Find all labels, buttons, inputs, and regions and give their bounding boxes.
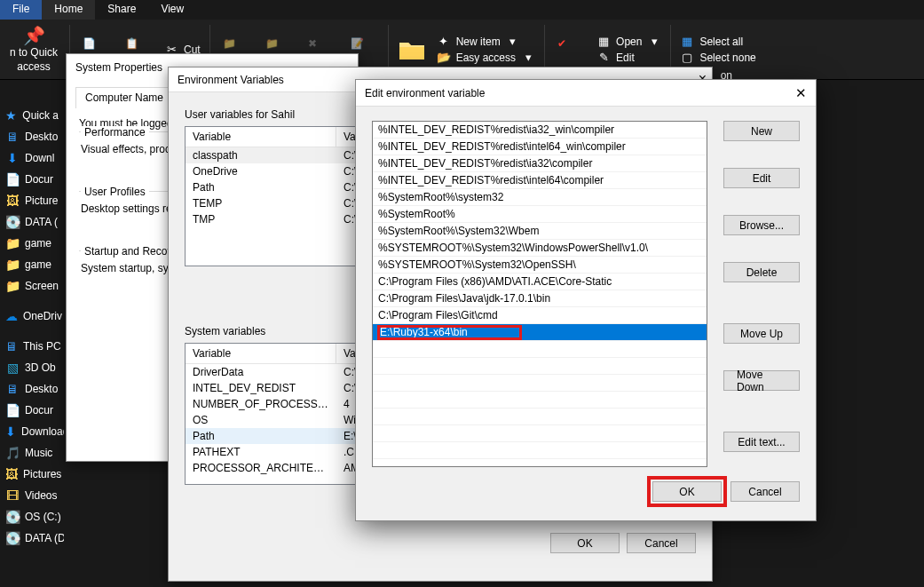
select-none-button[interactable]: ▢Select none xyxy=(680,51,755,65)
nav-item[interactable]: 💽DATA ( xyxy=(0,211,64,233)
edit-text-button[interactable]: Edit text... xyxy=(723,432,800,452)
pic-icon: 🖼 xyxy=(5,194,20,208)
doc-icon: 📄 xyxy=(5,172,20,186)
nav-item[interactable]: 🎵Music xyxy=(0,442,64,464)
nav-item[interactable]: 📁game xyxy=(0,233,64,254)
path-entry-empty[interactable] xyxy=(373,409,707,425)
nav-item[interactable]: ▧3D Ob xyxy=(0,357,64,378)
menubar-home[interactable]: Home xyxy=(42,0,95,20)
new-folder-icon[interactable] xyxy=(398,37,426,62)
video-icon: 🎞 xyxy=(5,488,20,503)
envvars-cancel-button[interactable]: Cancel xyxy=(627,533,696,553)
path-entry-empty[interactable] xyxy=(373,341,707,358)
fieldset-performance: Performance xyxy=(81,126,149,139)
folder-icon: 📁 xyxy=(5,279,20,293)
envvars-ok-button[interactable]: OK xyxy=(550,533,620,553)
nav-item[interactable]: ☁OneDriv xyxy=(0,305,64,327)
path-entry[interactable]: %SystemRoot%\system32 xyxy=(373,189,707,206)
nav-item[interactable]: 🖼Picture xyxy=(0,190,64,211)
path-entry[interactable]: %INTEL_DEV_REDIST%redist\intel64_win\com… xyxy=(373,139,707,155)
nav-item[interactable]: 📄Docur xyxy=(0,400,64,421)
pin-icon: 📌 xyxy=(23,26,45,45)
folder-icon: 📁 xyxy=(5,236,20,250)
nav-item[interactable]: 🖥This PC xyxy=(0,336,64,357)
nav-item[interactable]: 🖼Pictures xyxy=(0,464,64,485)
nav-item[interactable]: 🖥Deskto xyxy=(0,378,64,400)
edit-icon: ✎ xyxy=(596,51,611,65)
path-list[interactable]: %INTEL_DEV_REDIST%redist\ia32_win\compil… xyxy=(372,121,707,467)
tab-computer-name[interactable]: Computer Name xyxy=(75,87,173,108)
edit-button[interactable]: ✎Edit xyxy=(596,51,661,65)
doc-icon: 📄 xyxy=(5,403,20,417)
nav-item[interactable]: 📁game xyxy=(0,254,64,275)
cube-icon: ▧ xyxy=(5,361,20,375)
chevron-down-icon: ▾ xyxy=(521,51,535,65)
disk-icon: 💽 xyxy=(5,510,20,524)
editenv-title: Edit environment variable xyxy=(365,87,485,99)
nav-item[interactable]: 💽OS (C:) xyxy=(0,506,64,528)
select-all-button[interactable]: ▦Select all xyxy=(680,35,755,49)
sparkle-icon: ✦ xyxy=(437,35,451,49)
path-entry-empty[interactable] xyxy=(373,392,707,409)
path-entry-empty[interactable] xyxy=(373,459,707,467)
ok-button[interactable]: OK xyxy=(652,481,722,502)
path-entry[interactable]: E:\Ruby31-x64\bin xyxy=(373,324,707,341)
path-entry-empty[interactable] xyxy=(373,425,707,442)
select-all-icon: ▦ xyxy=(680,35,694,49)
path-entry-empty[interactable] xyxy=(373,375,707,392)
open-icon: ▦ xyxy=(596,35,611,49)
nav-item[interactable]: 📁Screen xyxy=(0,275,64,297)
monitor-icon: 🖥 xyxy=(5,130,20,144)
edit-button[interactable]: Edit xyxy=(723,168,800,188)
new-item-button[interactable]: ✦New item▾ xyxy=(437,35,535,49)
nav-item[interactable]: ⬇Downl xyxy=(0,147,64,169)
nav-tree[interactable]: ★Quick a🖥Deskto⬇Downl📄Docur🖼Picture💽DATA… xyxy=(0,105,64,549)
pin-to-quick-access[interactable]: 📌 n to Quick access xyxy=(7,26,60,72)
cancel-button[interactable]: Cancel xyxy=(731,481,800,502)
chevron-down-icon: ▾ xyxy=(506,35,520,49)
path-entry[interactable]: %INTEL_DEV_REDIST%redist\intel64\compile… xyxy=(373,172,707,189)
menubar-file[interactable]: File xyxy=(0,0,42,20)
path-entry[interactable]: C:\Program Files\Git\cmd xyxy=(373,307,707,324)
nav-item[interactable]: ⬇Downloads xyxy=(0,421,64,442)
cloud-icon: ☁ xyxy=(5,309,18,323)
path-entry[interactable]: %SYSTEMROOT%\System32\WindowsPowerShell\… xyxy=(373,240,707,257)
path-entry[interactable]: %INTEL_DEV_REDIST%redist\ia32_win\compil… xyxy=(373,122,707,139)
browse-button[interactable]: Browse... xyxy=(723,215,800,235)
monitor-icon: 🖥 xyxy=(5,382,20,396)
move-down-button[interactable]: Move Down xyxy=(723,370,800,391)
disk-icon: 💽 xyxy=(5,531,20,545)
fieldset-startup: Startup and Recov xyxy=(81,245,176,258)
star-icon: ★ xyxy=(5,108,17,123)
easy-access-button[interactable]: 📂Easy access▾ xyxy=(437,51,535,65)
delete-button[interactable]: Delete xyxy=(723,262,800,282)
select-none-icon: ▢ xyxy=(680,51,694,65)
path-entry-empty[interactable] xyxy=(373,442,707,459)
nav-item[interactable]: 📄Docur xyxy=(0,169,64,190)
path-entry[interactable]: %SYSTEMROOT%\System32\OpenSSH\ xyxy=(373,257,707,274)
move-up-button[interactable]: Move Up xyxy=(723,323,800,344)
nav-item[interactable]: 🖥Deskto xyxy=(0,126,64,147)
close-icon[interactable]: ✕ xyxy=(795,85,807,101)
folder-icon: 📁 xyxy=(5,258,20,272)
properties-icon[interactable]: ✔ xyxy=(554,37,586,62)
path-entry[interactable]: C:\Program Files (x86)\AMD\ATI.ACE\Core-… xyxy=(373,274,707,290)
nav-item[interactable]: ★Quick a xyxy=(0,105,64,126)
path-entry[interactable]: C:\Program Files\Java\jdk-17.0.1\bin xyxy=(373,290,707,307)
monitor-icon: 🖥 xyxy=(5,339,18,353)
path-entry[interactable]: %INTEL_DEV_REDIST%redist\ia32\compiler xyxy=(373,155,707,172)
pic-icon: 🖼 xyxy=(5,467,18,481)
nav-item[interactable]: 💽DATA (D:) xyxy=(0,528,64,549)
path-entry[interactable]: %SystemRoot%\System32\Wbem xyxy=(373,223,707,240)
menubar-share[interactable]: Share xyxy=(95,0,148,20)
chevron-down-icon: ▾ xyxy=(647,35,661,49)
edit-environment-variable-dialog: Edit environment variable ✕ %INTEL_DEV_R… xyxy=(355,79,817,521)
open-button[interactable]: ▦Open▾ xyxy=(596,35,661,49)
folder-icon: 📂 xyxy=(437,51,451,65)
nav-item[interactable]: 🎞Videos xyxy=(0,485,64,506)
menubar-view[interactable]: View xyxy=(148,0,196,20)
path-entry[interactable]: %SystemRoot% xyxy=(373,206,707,223)
new-button[interactable]: New xyxy=(723,121,800,141)
arrowdn-icon: ⬇ xyxy=(5,151,20,165)
path-entry-empty[interactable] xyxy=(373,358,707,375)
